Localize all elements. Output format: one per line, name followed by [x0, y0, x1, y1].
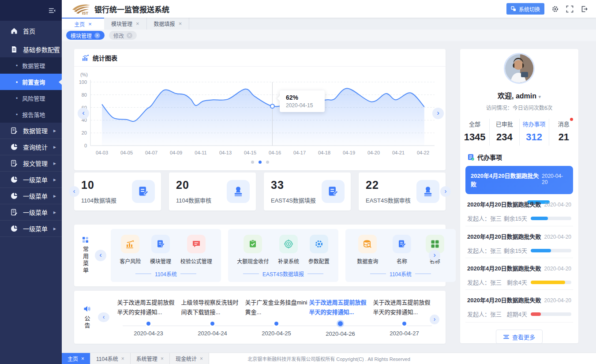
progress-bar — [531, 249, 571, 252]
bottom-tab-home[interactable]: 主页× — [62, 353, 90, 364]
stat-messages[interactable]: 消息 21 — [549, 119, 578, 146]
quick-menu-title: 常用菜单 — [81, 246, 90, 274]
sidebar-subitem-report-landing[interactable]: •报告落地 — [0, 106, 62, 123]
quick-item-label: 名称 — [397, 257, 407, 265]
announcement-item-active[interactable]: 关于改进周五提前放假半天的安排通知... 2020-04-26 — [308, 298, 372, 337]
quick-item-formula-mgmt[interactable]: 校验公式管理 — [180, 235, 212, 265]
announcement-item[interactable]: 关于改进周五提前放假半天的安排通知... 2020-04-23 — [116, 298, 180, 337]
close-icon[interactable]: × — [161, 356, 164, 362]
quick-menu-groups: 客户风险 模块管理 校验公式管理 1104系统 — [111, 229, 456, 282]
target-icon — [284, 239, 293, 249]
sidebar-item-level1-menu-3[interactable]: 一级菜单 ▸ — [0, 204, 62, 221]
bottom-tab-1104[interactable]: 1104系统× — [90, 353, 131, 364]
stat-card-east4s-audit[interactable]: 22 EAST4S数据审核 — [359, 173, 446, 210]
stat-pending[interactable]: 待办事项 312 — [519, 119, 549, 146]
quick-menu-card: 常用菜单 ‹ 客户风险 模块管理 — [74, 225, 446, 286]
todo-item-highlighted[interactable]: 2020年4月20日数据跑批失败2020-04-20 发起人：张三剩余15天 — [465, 166, 573, 194]
document-icon — [11, 46, 18, 53]
close-icon[interactable]: × — [121, 356, 124, 362]
tab-data-fill[interactable]: 数据填报× — [147, 18, 190, 30]
bottom-tab-cashstats[interactable]: 现金统计× — [170, 353, 209, 364]
stat-all[interactable]: 全部 1345 — [460, 119, 489, 146]
todo-deadline: 剩余15天 — [504, 214, 527, 222]
sidebar-item-home[interactable]: 首页 — [0, 21, 62, 41]
system-switch-button[interactable]: 系统切换 — [506, 3, 544, 15]
announcement-item[interactable]: 关于改进周五提前放假半天的安排通知... 2020-04-27 — [372, 298, 436, 337]
quick-menu-next-button[interactable]: › — [429, 250, 440, 261]
quick-menu-prev-button[interactable]: ‹ — [95, 250, 106, 261]
quick-group-east4s: 大额现金收付 补录系统 参数配置 EAST4S数据填报 — [228, 229, 338, 282]
quick-item-param-config[interactable]: 参数配置 — [308, 235, 330, 265]
chart-card-header: 统计图表 — [74, 49, 446, 67]
settings-gear-icon[interactable] — [551, 5, 559, 13]
svg-text:04-05: 04-05 — [120, 150, 133, 155]
quick-item-name-1[interactable]: 名称 — [393, 235, 411, 265]
tooltip-value: 62% — [286, 94, 325, 101]
quick-item-supplement-system[interactable]: 补录系统 — [278, 235, 299, 265]
timeline-dot — [402, 322, 406, 326]
stat-card-1104-fill[interactable]: 10 1104数据填报 — [74, 173, 161, 210]
pagination-dot[interactable] — [266, 161, 269, 164]
caret-down-icon: ▾ — [53, 46, 56, 53]
close-icon[interactable]: × — [81, 356, 84, 362]
stat-approved[interactable]: 已审批 234 — [489, 119, 519, 146]
chip-label: 模块管理 — [71, 32, 92, 39]
sidebar-item-message-mgmt[interactable]: 报文管理 ▸ — [0, 155, 62, 172]
close-icon[interactable]: × — [136, 20, 139, 27]
stat-card-east4s-fill[interactable]: 33 EAST4S数据填报 — [264, 173, 351, 210]
announcement-text: 关于广发金业务挂盘mini黄金... — [245, 298, 308, 318]
view-more-button[interactable]: 查看更多 — [496, 330, 543, 344]
quick-item-data-query[interactable]: 数据查询 — [357, 235, 378, 265]
chip-module-mgmt[interactable]: 模块管理× — [66, 31, 105, 40]
menu-fold-icon[interactable] — [49, 7, 56, 14]
stat-cards-row: 10 1104数据填报 20 1104数据审核 33 EAST4S数据填报 22… — [74, 173, 446, 210]
todo-list: 2020年4月20日数据跑批失败2020-04-20 发起人：张三剩余15天 2… — [460, 161, 578, 321]
chart-prev-button[interactable]: ‹ — [78, 108, 89, 119]
user-avatar[interactable] — [504, 53, 535, 84]
stats-next-button[interactable]: › — [440, 186, 451, 197]
pagination-dot-active[interactable] — [259, 161, 262, 164]
chart-body: 020406080100(%)04-0304-0504-0704-0904-11… — [74, 68, 446, 161]
sidebar-item-base-params[interactable]: 基础参数配置 ▾ — [0, 41, 62, 57]
sidebar-item-level1-menu-1[interactable]: 一级菜单 ▸ — [0, 172, 62, 188]
app-logo: IST — [71, 3, 91, 15]
svg-text:(%): (%) — [80, 72, 88, 77]
bullet-icon: • — [16, 112, 18, 118]
announcement-item[interactable]: 上级领导视察反洗钱时间表下载链接... 2020-04-24 — [180, 298, 244, 337]
svg-text:80: 80 — [82, 92, 87, 98]
tab-module-mgmt[interactable]: 模块管理× — [104, 18, 147, 30]
welcome-row[interactable]: 欢迎, admin ▾ — [460, 90, 578, 101]
bottom-tab-sysmgmt[interactable]: 系统管理× — [131, 353, 170, 364]
sidebar-subitem-risk-mgmt[interactable]: •风险管理 — [0, 90, 62, 106]
announcements-next-button[interactable]: › — [430, 315, 439, 324]
chip-modify[interactable]: 修改× — [109, 31, 137, 40]
sidebar-subitem-data-mgmt[interactable]: •数据管理 — [0, 57, 62, 74]
quick-item-module-mgmt[interactable]: 模块管理 — [150, 235, 171, 265]
todo-item[interactable]: 2020年4月20日数据跑批失败2020-04-20 发起人：张三剩余4天 — [465, 258, 573, 289]
sidebar-item-data-mgmt[interactable]: 数据管理 ▸ — [0, 123, 62, 139]
logout-icon[interactable] — [581, 5, 588, 13]
fullscreen-icon[interactable] — [566, 5, 574, 13]
quick-item-cash-payment[interactable]: 大额现金收付 — [237, 235, 269, 265]
tab-home[interactable]: 主页× — [62, 18, 104, 30]
subitem-label: 风险管理 — [22, 94, 45, 102]
pagination-dot[interactable] — [251, 161, 254, 164]
announcements-prev-button[interactable]: ‹ — [98, 312, 109, 322]
quick-item-customer-risk[interactable]: 客户风险 — [120, 235, 141, 265]
announcement-item[interactable]: 关于广发金业务挂盘mini黄金... 2020-04-25 — [244, 298, 308, 337]
sidebar-subitem-front-query[interactable]: •前置查询 — [0, 74, 62, 90]
todo-deadline: 剩余4天 — [507, 278, 527, 286]
chart-next-button[interactable]: › — [432, 108, 444, 119]
stat-card-1104-audit[interactable]: 20 1104数据审核 — [169, 173, 256, 210]
stats-prev-button[interactable]: ‹ — [69, 186, 79, 197]
close-circle-icon[interactable]: × — [94, 33, 100, 38]
close-icon[interactable]: × — [179, 20, 182, 27]
todo-item[interactable]: 2020年4月20日数据跑批失败2020-04-20 发起人：张三剩余15天 — [465, 226, 573, 258]
sidebar-item-query-stats[interactable]: 查询统计 ▸ — [0, 139, 62, 155]
sidebar-item-level1-menu-4[interactable]: 一级菜单 ▸ — [0, 221, 62, 237]
close-icon[interactable]: × — [200, 356, 203, 362]
close-circle-icon[interactable]: × — [127, 33, 132, 38]
close-icon[interactable]: × — [88, 21, 92, 27]
sidebar-item-level1-menu-2[interactable]: 一级菜单 ▸ — [0, 188, 62, 204]
todo-item[interactable]: 2020年4月20日数据跑批失败2020-04-20 发起人：张三超期4天 — [465, 289, 573, 321]
